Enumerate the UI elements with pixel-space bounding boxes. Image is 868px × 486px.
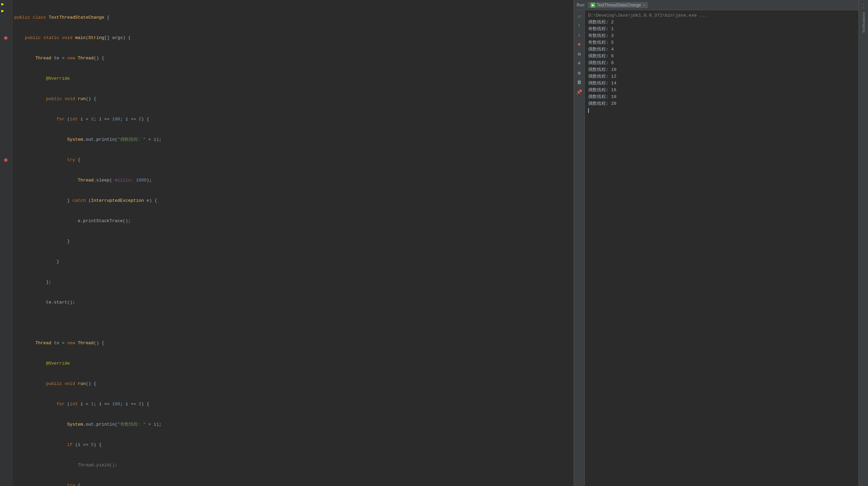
code-content[interactable]: public class TestThreadStateChange { pub… xyxy=(13,0,574,486)
trash-button[interactable]: 🗑 xyxy=(575,78,584,87)
output-line: 奇数线程: 3 xyxy=(588,33,855,39)
code-line: try { xyxy=(14,482,570,486)
output-line: 奇数线程: 1 xyxy=(588,26,855,33)
code-line: Thread te = new Thread() { xyxy=(14,55,570,62)
run-label: Run: xyxy=(577,3,585,7)
code-line: public void run() { xyxy=(14,96,570,102)
code-line: @Override xyxy=(14,360,570,367)
code-line: e.printStackTrace(); xyxy=(14,218,570,225)
code-line: System.out.println("偶数线程: " + i); xyxy=(14,136,570,143)
code-line: } xyxy=(14,258,570,265)
side-dots-2 xyxy=(863,7,864,8)
rerun-button[interactable]: ↺ xyxy=(575,12,584,20)
side-dots-1 xyxy=(863,4,864,5)
output-line: 偶数线程: 16 xyxy=(588,87,855,94)
code-line: te.start(); xyxy=(14,299,570,306)
code-line: Thread to = new Thread() { xyxy=(14,340,570,347)
run-tab-name: TestThreadStateChange xyxy=(597,3,641,7)
code-line: Thread.yield(); xyxy=(14,462,570,469)
code-line: for (int i = 1; i <= 100; i += 2) { xyxy=(14,401,570,408)
run-tab[interactable]: ▶ TestThreadStateChange × xyxy=(588,2,648,8)
run-panel: Run: ▶ TestThreadStateChange × ↺ ↑ ↓ ■ ⊟… xyxy=(574,0,859,486)
stop-button[interactable]: ■ xyxy=(575,40,584,49)
dump-button[interactable]: ≡ xyxy=(575,59,584,68)
output-cursor-line xyxy=(588,107,855,114)
cursor-blink xyxy=(588,108,589,113)
code-line: if (i == 5) { xyxy=(14,442,570,448)
scroll-up-button[interactable]: ↑ xyxy=(575,21,584,30)
code-line: System.out.println("奇数线程: " + i); xyxy=(14,421,570,428)
code-line: for (int i = 2; i <= 100; i += 2) { xyxy=(14,116,570,123)
notifications-panel: Notifications xyxy=(859,0,868,486)
pin-button[interactable]: 📌 xyxy=(575,88,584,96)
breakpoint-indicator-2 xyxy=(4,158,7,162)
output-line: 偶数线程: 8 xyxy=(588,60,855,66)
code-line: try { xyxy=(14,157,570,163)
output-line: 偶数线程: 2 xyxy=(588,19,855,26)
play-arrow-icon: ▶ xyxy=(1,1,4,8)
code-container: ▶ ▶ xyxy=(0,0,574,486)
output-line: 偶数线程: 14 xyxy=(588,80,855,87)
editor-area: ▶ ▶ xyxy=(0,0,574,486)
settings-button[interactable]: ⚙ xyxy=(575,69,584,77)
code-line: @Override xyxy=(14,75,570,82)
notifications-label[interactable]: Notifications xyxy=(862,12,866,33)
output-line: 偶数线程: 20 xyxy=(588,100,855,107)
run-tab-close[interactable]: × xyxy=(643,3,645,7)
code-line: }; xyxy=(14,279,570,286)
code-line xyxy=(14,319,570,326)
output-path: D:\Develop\Java\jdk1.8.0_371\bin\java.ex… xyxy=(588,12,855,19)
code-line: } catch (InterruptedException e) { xyxy=(14,197,570,204)
code-line: public static void main(String[] args) { xyxy=(14,35,570,41)
code-line: public class TestThreadStateChange { xyxy=(14,14,570,21)
output-line: 偶数线程: 10 xyxy=(588,66,855,73)
output-line: 奇数线程: 5 xyxy=(588,39,855,46)
breakpoint-indicator xyxy=(4,36,7,40)
pause-button[interactable]: ⊟ xyxy=(575,50,584,58)
line-gutter: ▶ ▶ xyxy=(0,0,13,486)
run-left-toolbar: ↺ ↑ ↓ ■ ⊟ ≡ ⚙ 🗑 📌 xyxy=(574,10,585,486)
run-tab-icon: ▶ xyxy=(591,3,595,7)
code-line: } xyxy=(14,238,570,245)
run-output: D:\Develop\Java\jdk1.8.0_371\bin\java.ex… xyxy=(585,10,859,486)
output-line: 偶数线程: 18 xyxy=(588,94,855,100)
run-toolbar: Run: ▶ TestThreadStateChange × xyxy=(574,0,859,10)
output-line: 偶数线程: 4 xyxy=(588,46,855,53)
scroll-down-button[interactable]: ↓ xyxy=(575,31,584,39)
code-line: Thread.sleep( millis: 1000); xyxy=(14,177,570,184)
output-line: 偶数线程: 12 xyxy=(588,73,855,80)
play-arrow-icon-2: ▶ xyxy=(1,8,4,15)
code-line: public void run() { xyxy=(14,381,570,387)
run-content: ↺ ↑ ↓ ■ ⊟ ≡ ⚙ 🗑 📌 D:\Develop\Java\jdk1.8… xyxy=(574,10,859,486)
output-line: 偶数线程: 6 xyxy=(588,53,855,60)
